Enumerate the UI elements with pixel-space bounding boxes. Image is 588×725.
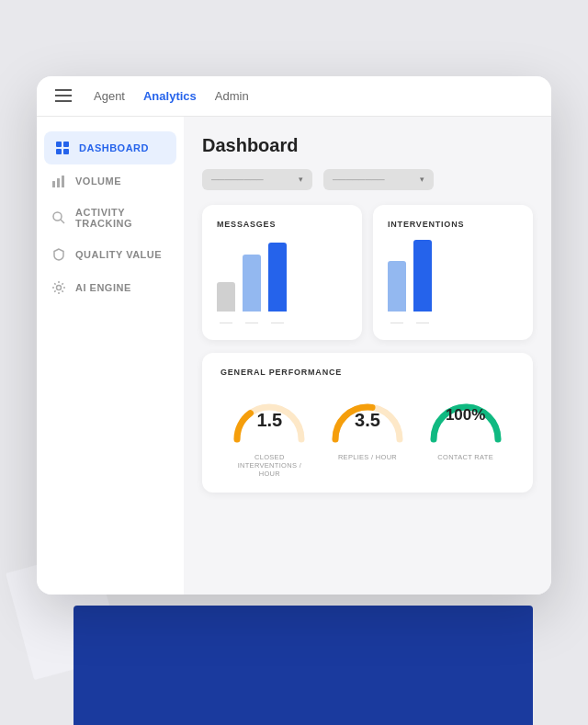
interventions-bar-labels: —— ——	[388, 319, 518, 325]
messages-bar-labels: —— —— ——	[217, 319, 347, 325]
search-icon	[51, 210, 66, 225]
sidebar-activity-label: ACTIVITY TRACKING	[75, 207, 169, 229]
interventions-bar-chart	[388, 242, 518, 315]
gauge-value-1: 1.5	[256, 410, 282, 430]
messages-label-3: ——	[268, 319, 287, 325]
svg-line-8	[61, 220, 64, 223]
interventions-chart-title: INTERVENTIONS	[388, 220, 518, 229]
chevron-down-icon-2: ▾	[420, 175, 424, 184]
charts-row: MESSASGES —— —— —— INTERVENTIONS	[202, 205, 533, 340]
messages-label-1: ——	[217, 319, 235, 325]
hamburger-menu[interactable]	[55, 89, 72, 102]
nav-links: Agent Analytics Admin	[94, 89, 249, 103]
messages-label-2: ——	[243, 319, 261, 325]
app-card: Agent Analytics Admin DASHBOARD	[37, 76, 551, 595]
svg-rect-3	[63, 149, 69, 154]
interventions-label-2: ——	[413, 319, 432, 325]
sidebar-item-quality[interactable]: QUALITY VALUE	[37, 238, 184, 271]
sidebar-volume-label: VOLUME	[75, 176, 121, 187]
main-layout: DASHBOARD VOLUME ACTIVITY TRACKING	[37, 117, 551, 595]
gauge-label-1: CLOSED INTERVENTIONS / HOUR	[232, 453, 306, 478]
interventions-label-1: ——	[388, 319, 406, 325]
sidebar-dashboard-label: DASHBOARD	[79, 142, 149, 153]
sidebar-ai-label: AI ENGINE	[75, 282, 131, 293]
sidebar: DASHBOARD VOLUME ACTIVITY TRACKING	[37, 117, 184, 595]
top-nav: Agent Analytics Admin	[37, 76, 551, 117]
sidebar-item-ai-engine[interactable]: AI ENGINE	[37, 271, 184, 304]
sidebar-item-volume[interactable]: VOLUME	[37, 164, 184, 198]
messages-bar-2	[243, 255, 261, 312]
messages-bar-3	[268, 243, 287, 312]
gauge-value-2: 3.5	[355, 410, 380, 430]
gauge-label-3: CONTACT RATE	[437, 453, 493, 461]
grid-icon	[55, 141, 70, 155]
nav-agent[interactable]: Agent	[94, 89, 125, 103]
messages-chart-card: MESSASGES —— —— ——	[202, 205, 362, 340]
bar-chart-icon	[51, 174, 66, 188]
nav-analytics[interactable]: Analytics	[143, 89, 197, 103]
page-title: Dashboard	[202, 135, 533, 156]
gauge-svg-2: 3.5	[326, 393, 409, 447]
sidebar-quality-label: QUALITY VALUE	[75, 249, 162, 260]
chevron-down-icon-1: ▾	[299, 175, 303, 184]
interventions-chart-card: INTERVENTIONS —— ——	[373, 205, 533, 340]
gauge-replies: 3.5 REPLIES / HOUR	[326, 393, 409, 461]
performance-card: GENERAL PERFORMANCE 1.5	[202, 353, 533, 493]
svg-rect-2	[56, 149, 62, 154]
gauge-label-2: REPLIES / HOUR	[338, 453, 397, 461]
gauge-contact-rate: 100% CONTACT RATE	[424, 393, 507, 461]
content-area: Dashboard ──────── ▾ ──────── ▾ MESSASGE…	[184, 117, 551, 595]
filter-1-placeholder: ────────	[211, 175, 264, 185]
svg-rect-1	[63, 142, 69, 147]
svg-rect-5	[57, 178, 60, 187]
svg-point-7	[53, 212, 62, 221]
messages-chart-title: MESSASGES	[217, 220, 347, 229]
svg-rect-6	[62, 176, 64, 187]
nav-admin[interactable]: Admin	[215, 89, 249, 103]
interventions-bar-2	[413, 240, 432, 312]
filter-select-2[interactable]: ──────── ▾	[323, 169, 434, 190]
gauge-value-3: 100%	[446, 406, 485, 424]
shield-icon	[51, 247, 66, 262]
filter-2-placeholder: ────────	[333, 175, 385, 185]
performance-title: GENERAL PERFORMANCE	[220, 368, 514, 377]
svg-point-9	[57, 285, 62, 289]
gauge-svg-3: 100%	[424, 393, 507, 447]
gear-icon	[51, 280, 66, 295]
interventions-bar-1	[388, 261, 406, 312]
filters-row: ──────── ▾ ──────── ▾	[202, 169, 533, 190]
svg-rect-4	[52, 181, 55, 187]
gauge-svg-1: 1.5	[228, 393, 311, 447]
gauge-closed-interventions: 1.5 CLOSED INTERVENTIONS / HOUR	[228, 393, 311, 478]
messages-bar-1	[217, 282, 235, 312]
messages-bar-chart	[217, 242, 347, 315]
gauges-row: 1.5 CLOSED INTERVENTIONS / HOUR	[220, 393, 514, 478]
carpet-decoration	[74, 606, 533, 725]
sidebar-item-activity[interactable]: ACTIVITY TRACKING	[37, 198, 184, 238]
filter-select-1[interactable]: ──────── ▾	[202, 169, 312, 190]
svg-rect-0	[56, 142, 62, 147]
sidebar-item-dashboard[interactable]: DASHBOARD	[44, 131, 176, 164]
